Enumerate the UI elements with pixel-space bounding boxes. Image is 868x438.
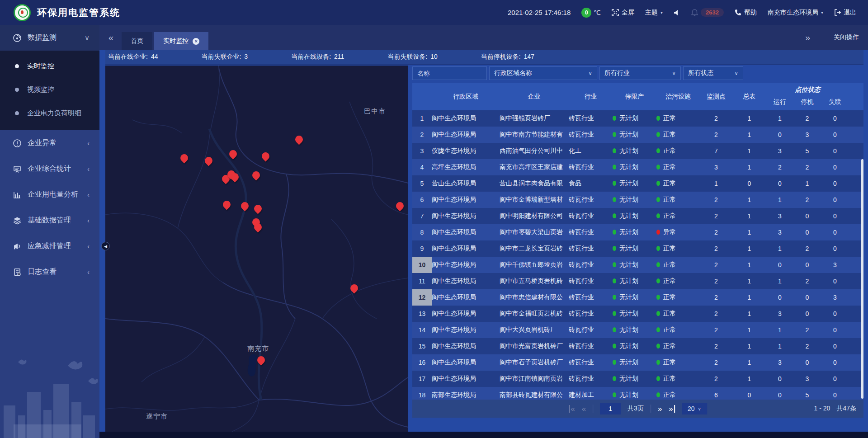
sidebar-item-6[interactable]: 日志查看‹: [0, 259, 99, 285]
map-pin-icon[interactable]: [252, 171, 260, 179]
help-button[interactable]: 帮助: [735, 9, 757, 17]
region-select[interactable]: 行政区域名称∨: [489, 66, 597, 80]
status-dot-icon: [613, 132, 616, 137]
first-page-button[interactable]: «: [569, 405, 575, 413]
page-size-select[interactable]: 20∨: [682, 403, 707, 414]
last-page-button[interactable]: »: [669, 405, 675, 413]
cell-index: 16: [412, 354, 432, 371]
map-pin-icon[interactable]: [223, 201, 231, 208]
industry-select[interactable]: 所有行业∨: [599, 66, 681, 80]
logout-button[interactable]: 退出: [834, 9, 856, 17]
cell-stop-plan: 无计划: [613, 163, 656, 171]
cell-company: 阆中市枣碧大梁山页岩: [500, 228, 569, 236]
cell-run: 1: [766, 326, 793, 334]
sidebar-item-2[interactable]: 企业综合统计‹: [0, 156, 99, 182]
cell-industry: 砖瓦行业: [569, 245, 613, 253]
tabs-scroll-right-button[interactable]: »: [805, 33, 810, 43]
cell-industry: 砖瓦行业: [569, 293, 613, 301]
table-row[interactable]: 15阆中生态环境局阆中市光富页岩机砖厂砖瓦行业无计划正常21120: [412, 338, 863, 354]
user-org-dropdown[interactable]: 南充市生态环境局▾: [768, 9, 823, 17]
cell-facility: 正常: [656, 293, 700, 301]
map-pin-icon[interactable]: [396, 202, 404, 210]
map-pin-icon[interactable]: [257, 356, 265, 364]
map-city-label: 南充市: [247, 344, 269, 353]
cell-facility: 正常: [656, 261, 700, 269]
table-row[interactable]: 2阆中生态环境局阆中市南方节能建材有砖瓦行业无计划正常21030: [412, 127, 863, 143]
theme-dropdown[interactable]: 主题▾: [645, 9, 663, 17]
map-pin-icon[interactable]: [231, 173, 239, 181]
map-pin-icon[interactable]: [241, 202, 249, 210]
tab-close-icon[interactable]: ×: [193, 38, 199, 45]
sidebar-item-4[interactable]: 基础数据管理‹: [0, 207, 99, 233]
cell-points: 2: [700, 245, 732, 252]
stat-value: 44: [151, 53, 158, 61]
pagination-bar: « « 共3页 » » 20∨: [412, 400, 863, 418]
status-dot-icon: [613, 230, 616, 235]
sidebar-subitem[interactable]: 实时监控: [0, 54, 99, 78]
status-dot-icon: [613, 262, 616, 267]
cell-industry: 砖瓦行业: [569, 342, 613, 350]
col-company: 企业: [500, 93, 569, 101]
sidebar-item-0[interactable]: 数据监测∨: [0, 25, 99, 51]
map-city-label: 巴中市: [364, 107, 386, 116]
table-row[interactable]: 11阆中生态环境局阆中市五马桥页岩机砖砖瓦行业无计划正常21120: [412, 273, 863, 289]
sidebar-item-5[interactable]: 应急减排管理‹: [0, 233, 99, 259]
map-pin-icon[interactable]: [254, 223, 262, 231]
cell-company: 阆中市石子页岩机砖厂: [500, 358, 569, 367]
table-row[interactable]: 8阆中生态环境局阆中市枣碧大梁山页岩砖瓦行业无计划异常21300: [412, 224, 863, 240]
page-number-input[interactable]: [600, 403, 621, 414]
sidebar-item-1[interactable]: 企业异常‹: [0, 130, 99, 156]
table-row[interactable]: 7阆中生态环境局阆中明阳建材有限公司砖瓦行业无计划正常21300: [412, 208, 863, 224]
map-pin-icon[interactable]: [254, 205, 262, 212]
next-page-button[interactable]: »: [658, 405, 662, 413]
prev-page-button[interactable]: «: [582, 405, 586, 413]
notifications-button[interactable]: 2632: [691, 8, 724, 17]
map-pin-icon[interactable]: [262, 152, 269, 160]
cell-company: 西南油气田分公司川中: [500, 147, 569, 155]
table-row[interactable]: 12阆中生态环境局阆中市忠信建材有限公砖瓦行业无计划正常21003: [412, 289, 863, 306]
tab-1[interactable]: 实时监控×: [154, 32, 208, 50]
table-row[interactable]: 5营山生态环境局营山县润丰肉食品有限食品无计划正常10010: [412, 175, 863, 192]
cell-lost: 3: [821, 261, 849, 268]
cell-industry: 砖瓦行业: [569, 163, 613, 171]
status-select[interactable]: 所有状态∨: [683, 66, 743, 80]
map-pin-icon[interactable]: [229, 150, 237, 158]
stat-label: 当前在线企业:: [108, 53, 148, 61]
close-operations-button[interactable]: 关闭操作: [834, 33, 859, 42]
map-pin-icon[interactable]: [350, 284, 358, 292]
sidebar-subitem[interactable]: 视频监控: [0, 78, 99, 101]
table-row[interactable]: 17阆中生态环境局阆中市江南镇阆南页岩砖瓦行业无计划正常21030: [412, 371, 863, 387]
sidebar-item-3[interactable]: 企业用电量分析‹: [0, 182, 99, 207]
table-row[interactable]: 10阆中生态环境局阆中千佛镇五郎垭页岩砖瓦行业无计划正常21003: [412, 257, 863, 273]
table-row[interactable]: 1阆中生态环境局阆中强锐页岩砖厂砖瓦行业无计划正常21120: [412, 110, 863, 127]
table-row[interactable]: 9阆中生态环境局阆中市二龙长宝页岩砖砖瓦行业无计划正常21120: [412, 240, 863, 257]
tabs-scroll-left-button[interactable]: «: [108, 33, 113, 43]
table-row[interactable]: 16阆中生态环境局阆中市石子页岩机砖厂砖瓦行业无计划正常21300: [412, 354, 863, 371]
total-pages-label: 共3页: [627, 405, 644, 413]
chevron-down-icon: ∨: [85, 34, 90, 42]
table-row[interactable]: 3仪陇生态环境局西南油气田分公司川中化工无计划正常71350: [412, 143, 863, 159]
status-dot-icon: [613, 392, 616, 397]
table-row[interactable]: 6阆中生态环境局阆中市金博瑞新型墙材砖瓦行业无计划正常21120: [412, 192, 863, 208]
table-scrollbar[interactable]: [861, 159, 863, 399]
cell-run: 3: [766, 310, 793, 317]
table-row[interactable]: 14阆中生态环境局阆中大兴页岩机砖厂砖瓦行业无计划正常21120: [412, 322, 863, 338]
sidebar-subitem[interactable]: 企业电力负荷明细: [0, 101, 99, 125]
bullet-icon: [15, 88, 19, 92]
tab-label: 实时监控: [163, 37, 189, 45]
cell-company: 南充市高坪区王家店建: [500, 163, 569, 171]
map-collapse-button[interactable]: ◀: [101, 242, 110, 250]
name-search-input[interactable]: [412, 66, 487, 80]
sound-button[interactable]: [674, 9, 680, 16]
map-pin-icon[interactable]: [295, 136, 303, 143]
cell-halt: 2: [793, 326, 821, 334]
table-row[interactable]: 13阆中生态环境局阆中市金福旺页岩机砖砖瓦行业无计划正常21300: [412, 306, 863, 322]
table-row[interactable]: 4高坪生态环境局南充市高坪区王家店建砖瓦行业无计划正常31220: [412, 159, 863, 175]
map-pin-icon[interactable]: [180, 154, 188, 162]
status-dot-icon: [656, 197, 660, 202]
chevron-down-icon: ∨: [588, 70, 592, 76]
table-row[interactable]: 18南部生态环境局南部县砖瓦建材有限公建材加工无计划正常60050: [412, 387, 863, 400]
map-pin-icon[interactable]: [205, 157, 212, 165]
fullscreen-button[interactable]: 全屏: [612, 9, 634, 17]
tab-0[interactable]: 首页: [122, 32, 152, 50]
